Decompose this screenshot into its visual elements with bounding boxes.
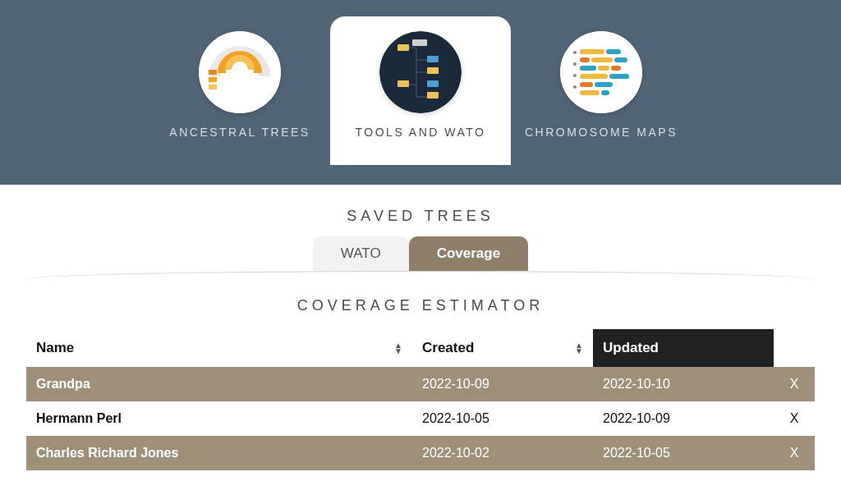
- delete-button[interactable]: X: [774, 401, 815, 436]
- tab-divider: [0, 271, 841, 282]
- subtabs: WATO Coverage: [16, 236, 825, 271]
- svg-rect-2: [209, 77, 217, 82]
- svg-rect-28: [595, 82, 613, 87]
- table-row: Charles Richard Jones 2022-10-02 2022-10…: [26, 436, 815, 470]
- svg-rect-17: [580, 49, 604, 54]
- svg-rect-26: [609, 74, 629, 79]
- col-header-name-label: Name: [36, 340, 74, 356]
- svg-rect-5: [398, 44, 409, 51]
- svg-rect-27: [580, 82, 593, 87]
- table-body: Grandpa 2022-10-09 2022-10-10 X Hermann …: [26, 367, 815, 470]
- svg-rect-9: [427, 80, 439, 87]
- col-header-created[interactable]: Created ▲▼: [412, 329, 593, 367]
- svg-rect-7: [427, 67, 439, 74]
- svg-rect-10: [427, 92, 439, 99]
- cell-created: 2022-10-05: [412, 401, 593, 436]
- svg-rect-11: [412, 39, 427, 46]
- svg-rect-25: [580, 74, 608, 79]
- nav-item-ancestral-trees[interactable]: ANCESTRAL TREES: [149, 16, 330, 165]
- nav-item-tools-and-wato[interactable]: TOOLS AND WATO: [330, 16, 511, 165]
- table-row: Grandpa 2022-10-09 2022-10-10 X: [26, 367, 815, 401]
- svg-point-12: [560, 31, 642, 113]
- delete-button[interactable]: X: [774, 367, 815, 401]
- ancestral-trees-icon: [199, 31, 281, 113]
- tools-and-wato-icon: [379, 31, 462, 113]
- col-header-name[interactable]: Name ▲▼: [26, 329, 412, 367]
- saved-trees-title: SAVED TREES: [16, 208, 825, 225]
- coverage-table: Name ▲▼ Created ▲▼ Updated Grandpa 2022-…: [26, 329, 815, 470]
- cell-name[interactable]: Hermann Perl: [26, 401, 412, 436]
- svg-point-15: [573, 74, 577, 77]
- chromosome-maps-icon: [560, 31, 642, 113]
- nav-label: TOOLS AND WATO: [356, 125, 486, 140]
- cell-created: 2022-10-02: [412, 436, 593, 470]
- svg-point-14: [573, 62, 577, 66]
- tab-coverage[interactable]: Coverage: [409, 236, 528, 271]
- svg-rect-29: [580, 90, 600, 95]
- svg-rect-30: [601, 90, 609, 95]
- nav-label: ANCESTRAL TREES: [169, 125, 310, 140]
- cell-updated: 2022-10-10: [593, 367, 774, 401]
- svg-rect-6: [427, 56, 439, 62]
- svg-rect-8: [398, 80, 409, 87]
- col-header-delete: [774, 329, 815, 367]
- tab-wato[interactable]: WATO: [313, 236, 409, 271]
- cell-name[interactable]: Charles Richard Jones: [26, 436, 412, 470]
- svg-rect-24: [611, 66, 621, 71]
- cell-updated: 2022-10-05: [593, 436, 774, 470]
- cell-name[interactable]: Grandpa: [26, 367, 412, 401]
- table-row: Hermann Perl 2022-10-05 2022-10-09 X: [26, 401, 815, 436]
- sort-icon: ▲▼: [394, 342, 402, 354]
- svg-rect-3: [209, 85, 217, 89]
- col-header-created-label: Created: [422, 340, 474, 356]
- section-title: COVERAGE ESTIMATOR: [16, 297, 825, 314]
- svg-rect-23: [598, 66, 609, 71]
- svg-rect-1: [209, 70, 217, 75]
- top-nav: ANCESTRAL TREES TOOLS AND WATO: [0, 0, 841, 185]
- cell-created: 2022-10-09: [412, 367, 593, 401]
- svg-point-16: [573, 85, 577, 89]
- svg-rect-21: [614, 57, 627, 62]
- svg-rect-18: [606, 49, 621, 54]
- table-header: Name ▲▼ Created ▲▼ Updated: [26, 329, 815, 367]
- col-header-updated[interactable]: Updated: [593, 329, 774, 367]
- nav-label: CHROMOSOME MAPS: [525, 125, 678, 140]
- cell-updated: 2022-10-09: [593, 401, 774, 436]
- sort-icon: ▲▼: [575, 342, 583, 354]
- svg-rect-22: [580, 66, 596, 71]
- delete-button[interactable]: X: [774, 436, 815, 470]
- main-content: SAVED TREES WATO Coverage COVERAGE ESTIM…: [0, 185, 841, 470]
- svg-point-13: [573, 51, 577, 54]
- svg-rect-20: [591, 57, 613, 62]
- nav-item-chromosome-maps[interactable]: CHROMOSOME MAPS: [511, 16, 692, 165]
- col-header-updated-label: Updated: [603, 340, 659, 356]
- svg-rect-19: [580, 57, 590, 62]
